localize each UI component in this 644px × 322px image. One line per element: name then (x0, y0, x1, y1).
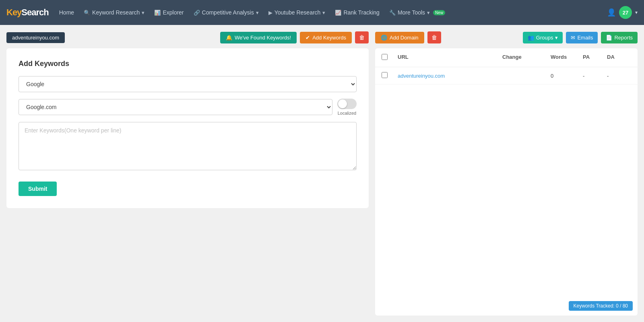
select-all-checkbox[interactable] (382, 54, 388, 60)
youtube-icon: ▶ (268, 10, 272, 16)
user-icon[interactable]: 👤 (607, 8, 616, 17)
submit-button[interactable]: Submit (19, 182, 57, 196)
words-header: Words (551, 54, 583, 61)
caret-down-icon4: ▾ (427, 10, 430, 16)
da-header: DA (607, 54, 631, 61)
globe-icon: 🌐 (381, 35, 387, 41)
right-panel: 🌐 Add Domain 🗑 👥 Groups ▾ ✉ Emails 📄 Rep… (375, 31, 638, 316)
current-domain-badge: adventureinyou.com (6, 32, 65, 43)
row-pa: - (583, 73, 607, 79)
keywords-textarea[interactable] (19, 122, 357, 170)
table-row: adventureinyou.com 0 - - (375, 67, 638, 85)
localized-label: Localized (338, 111, 356, 116)
notification-badge[interactable]: 27 (619, 6, 632, 19)
reports-label: Reports (614, 35, 633, 41)
logo-search: Search (21, 7, 48, 17)
add-domain-button[interactable]: 🌐 Add Domain (375, 32, 424, 43)
table-header: URL Change Words PA DA (375, 48, 638, 67)
chart-icon: 📊 (154, 10, 161, 16)
nav-keyword-research[interactable]: 🔍 Keyword Research ▾ (80, 6, 149, 19)
row-words: 0 (551, 73, 583, 79)
delete-domain-button[interactable]: 🗑 (427, 31, 441, 43)
checkbox-header (382, 54, 398, 61)
row-url: adventureinyou.com (398, 73, 502, 79)
search-icon: 🔍 (84, 10, 90, 16)
locale-select[interactable]: Google.com Google.co.uk Google.ca (19, 99, 332, 115)
trending-icon: 📈 (335, 10, 341, 16)
search-engine-row: Google Bing Yahoo (19, 76, 357, 92)
nav-youtube-research[interactable]: ▶ Youtube Research ▾ (264, 6, 330, 19)
link-icon: 🔗 (194, 10, 200, 16)
keywords-tracked-badge: Keywords Tracked: 0 / 80 (569, 301, 633, 311)
domain-link[interactable]: adventureinyou.com (398, 73, 445, 79)
right-toolbar: 🌐 Add Domain 🗑 👥 Groups ▾ ✉ Emails 📄 Rep… (375, 31, 638, 43)
left-panel: adventureinyou.com 🔔 We've Found Keyword… (6, 31, 369, 316)
delete-button[interactable]: 🗑 (355, 31, 369, 43)
reports-button[interactable]: 📄 Reports (601, 32, 638, 43)
trash-icon2: 🗑 (431, 34, 437, 41)
new-badge: New (433, 10, 445, 15)
groups-button[interactable]: 👥 Groups ▾ (523, 32, 563, 43)
submit-label: Submit (28, 186, 47, 192)
nav-explorer[interactable]: 📊 Explorer (150, 6, 188, 19)
emails-label: Emails (577, 35, 593, 41)
competitive-analysis-label: Competitive Analysis (202, 9, 254, 16)
bell-icon: 🔔 (226, 35, 232, 41)
pa-header: PA (583, 54, 607, 61)
found-keywords-button[interactable]: 🔔 We've Found Keywords! (220, 32, 297, 43)
rank-tracking-label: Rank Tracking (343, 9, 379, 16)
nav-more-tools[interactable]: 🔧 More Tools ▾ New (385, 6, 449, 19)
checkmark-icon: ✔ (305, 35, 310, 41)
nav-competitive-analysis[interactable]: 🔗 Competitive Analysis ▾ (190, 6, 263, 19)
localized-toggle-container: Localized (337, 99, 357, 116)
change-header: Change (502, 54, 551, 61)
nav-rank-tracking[interactable]: 📈 Rank Tracking (331, 6, 383, 19)
groups-caret-icon: ▾ (555, 35, 558, 41)
add-domain-label: Add Domain (390, 35, 419, 41)
notification-count: 27 (623, 10, 628, 16)
add-keywords-button[interactable]: ✔ Add Keywords (300, 32, 352, 43)
keyword-research-label: Keyword Research (92, 9, 140, 16)
found-keywords-label: We've Found Keywords! (235, 35, 291, 41)
trash-icon: 🗑 (359, 34, 365, 41)
search-engine-select[interactable]: Google Bing Yahoo (19, 76, 357, 92)
locale-row: Google.com Google.co.uk Google.ca Locali… (19, 99, 357, 116)
emails-button[interactable]: ✉ Emails (566, 32, 598, 43)
file-icon: 📄 (606, 35, 612, 41)
left-toolbar: adventureinyou.com 🔔 We've Found Keyword… (6, 31, 369, 43)
nav-home[interactable]: Home (55, 6, 78, 19)
envelope-icon: ✉ (571, 35, 575, 41)
users-icon: 👥 (528, 35, 534, 41)
logo-key: Key (6, 7, 21, 17)
caret-down-icon3: ▾ (322, 10, 325, 16)
add-keywords-label: Add Keywords (312, 35, 346, 41)
nav-caret-icon[interactable]: ▾ (635, 10, 638, 15)
home-label: Home (59, 9, 74, 16)
row-da: - (607, 73, 631, 79)
domains-table-card: URL Change Words PA DA adventureinyou.co… (375, 48, 638, 316)
toggle-knob (338, 99, 347, 108)
keywords-textarea-row (19, 122, 357, 172)
youtube-research-label: Youtube Research (275, 9, 321, 16)
explorer-label: Explorer (163, 9, 184, 16)
main-content: adventureinyou.com 🔔 We've Found Keyword… (0, 25, 644, 322)
url-header: URL (398, 54, 502, 61)
more-tools-label: More Tools (398, 9, 425, 16)
wrench-icon: 🔧 (389, 10, 396, 16)
localized-toggle[interactable] (337, 99, 357, 109)
groups-label: Groups (536, 35, 553, 41)
logo[interactable]: KeySearch (6, 7, 49, 18)
add-keywords-title: Add Keywords (19, 60, 357, 68)
navbar: KeySearch Home 🔍 Keyword Research ▾ 📊 Ex… (0, 0, 644, 25)
add-keywords-card: Add Keywords Google Bing Yahoo Google.co… (6, 48, 369, 208)
caret-down-icon: ▾ (142, 10, 144, 16)
row-select-checkbox[interactable] (382, 72, 388, 78)
caret-down-icon2: ▾ (256, 10, 259, 16)
nav-right: 👤 27 ▾ (607, 6, 638, 19)
row-checkbox (382, 72, 398, 79)
